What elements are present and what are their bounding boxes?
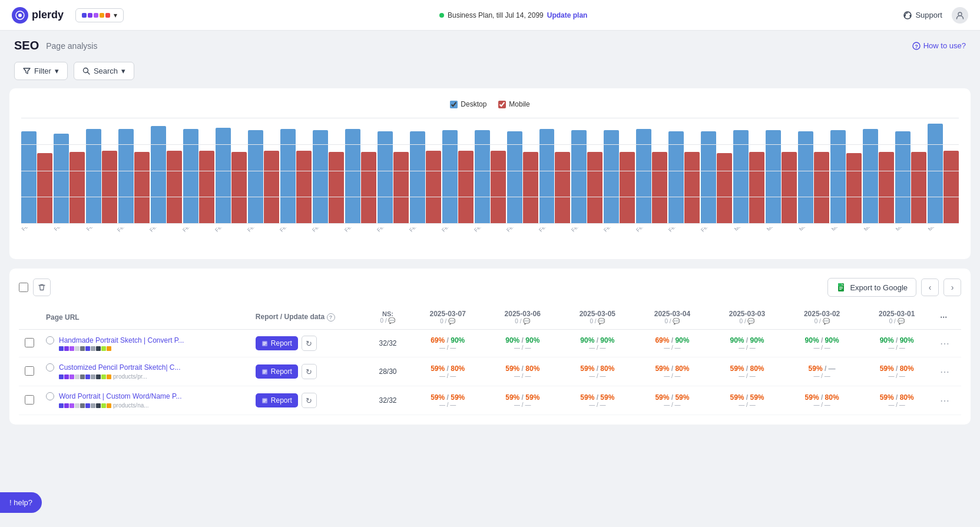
bar-group [539, 129, 571, 224]
logo-icon [12, 7, 28, 24]
table-cell-more: ⋯ [934, 330, 961, 357]
score-v2: 90% [675, 336, 689, 344]
chart-date-label: Feb 11, 2025 [149, 227, 176, 233]
report-help-icon[interactable]: ? [327, 313, 335, 321]
table-cell-score-4: 59% / 59% — / — [710, 386, 784, 415]
logo[interactable]: plerdy [12, 7, 64, 24]
filter-button[interactable]: Filter ▾ [14, 62, 68, 80]
bar-desktop [378, 131, 393, 224]
svg-rect-3 [905, 15, 906, 17]
table-cell-report: Report ↻ [250, 386, 366, 415]
score-v2: 59% [525, 393, 539, 402]
score-sub: — / — [790, 402, 853, 408]
chart-date-label: Feb 23, 2025 [538, 227, 564, 233]
row-checkbox-1[interactable] [25, 366, 34, 376]
bar-desktop [830, 130, 846, 224]
export-to-google-button[interactable]: Export to Google [827, 278, 916, 297]
bar-group [895, 131, 926, 224]
score-sub: — / — [491, 402, 554, 408]
th-date-4: 2025-03-04 0 / 💬 [635, 305, 710, 330]
report-icon [261, 369, 268, 375]
bar-desktop [636, 129, 651, 224]
score-v2: 80% [750, 364, 764, 373]
bar-group [280, 129, 312, 224]
bar-mobile [684, 152, 700, 224]
bar-group [21, 131, 52, 224]
plan-active-dot [439, 13, 444, 18]
bar-mobile [329, 152, 344, 224]
plan-selector[interactable]: ▾ [75, 8, 124, 22]
score-v1: 59% [730, 364, 744, 373]
table-cell-more: ⋯ [934, 386, 961, 415]
legend-desktop: Desktop [450, 100, 486, 108]
table-cell-score-3: 59% / 59% — / — [635, 386, 710, 415]
row-circle[interactable] [46, 363, 54, 372]
legend-desktop-checkbox[interactable] [450, 101, 458, 108]
nav-actions: Support [903, 7, 968, 24]
svg-rect-10 [838, 283, 842, 286]
th-date-6: 2025-03-02 0 / 💬 [784, 305, 859, 330]
bar-desktop [183, 129, 198, 224]
page-url-link[interactable]: Customized Pencil Portrait Sketch| C... [59, 363, 181, 372]
table-cell-score-0: 59% / 80% — / — [410, 357, 485, 386]
report-button[interactable]: Report [256, 336, 298, 350]
table-cell-score-0: 69% / 90% — / — [410, 330, 485, 357]
page-subtitle: Page analysis [46, 41, 97, 51]
th-checkbox [19, 305, 40, 330]
score-v1: 59% [505, 393, 519, 402]
bar-desktop [668, 131, 684, 224]
svg-point-1 [18, 14, 22, 17]
more-dots[interactable]: ⋯ [940, 339, 949, 349]
chart-date-label: Feb 17, 2025 [343, 227, 370, 233]
filter-label: Filter [34, 67, 51, 75]
row-checkbox-2[interactable] [25, 395, 34, 405]
chart-date-label: Feb 8, 2025 [52, 227, 78, 233]
page-url-link[interactable]: Word Portrait | Custom Word/Name P... [59, 392, 182, 400]
bar-group [118, 129, 150, 224]
filter-icon [23, 67, 31, 75]
page-header: SEO Page analysis ? How to use? [0, 31, 980, 58]
score-v2: 80% [900, 393, 914, 402]
bar-mobile [717, 153, 732, 224]
score-v2: 59% [750, 393, 764, 402]
refresh-button[interactable]: ↻ [302, 393, 317, 408]
more-dots[interactable]: ⋯ [940, 396, 949, 406]
bar-group [378, 131, 409, 224]
row-checkbox-0[interactable] [25, 338, 34, 347]
bar-group [54, 134, 85, 224]
report-button[interactable]: Report [256, 364, 298, 379]
legend-mobile-checkbox[interactable] [498, 101, 506, 108]
next-page-button[interactable]: › [943, 279, 961, 296]
table-row: Handmade Portrait Sketch | Convert P... … [19, 330, 961, 357]
select-all-checkbox[interactable] [19, 283, 28, 292]
th-date-2: 2025-03-06 0 / 💬 [485, 305, 560, 330]
page-url-link[interactable]: Handmade Portrait Sketch | Convert P... [59, 336, 184, 344]
refresh-button[interactable]: ↻ [302, 336, 317, 351]
chart-date-label: Mar 4, 2025 [829, 227, 855, 233]
more-dots[interactable]: ⋯ [940, 367, 949, 377]
delete-button[interactable] [33, 279, 51, 296]
bar-group [345, 129, 376, 224]
bar-desktop [507, 131, 522, 224]
chart-date-label: Feb 14, 2025 [246, 227, 273, 233]
search-button[interactable]: Search ▾ [74, 62, 134, 80]
update-plan-link[interactable]: Update plan [547, 11, 588, 19]
bar-mobile [652, 152, 667, 224]
report-button[interactable]: Report [256, 393, 298, 407]
prev-page-button[interactable]: ‹ [921, 279, 939, 296]
score-v1: 69% [655, 336, 669, 344]
how-to-use-label: How to use? [923, 41, 966, 50]
refresh-button[interactable]: ↻ [302, 364, 317, 379]
score-v2: 90% [750, 336, 764, 344]
score-v2: 59% [451, 393, 465, 402]
row-circle[interactable] [46, 392, 54, 400]
chart-date-label: Feb 7, 2025 [21, 227, 46, 233]
dot4 [100, 13, 104, 18]
support-button[interactable]: Support [903, 11, 942, 20]
bar-group [442, 130, 474, 224]
how-to-use-link[interactable]: ? How to use? [912, 41, 966, 50]
chart-section: Desktop Mobile Feb 7, 2025Feb 8, 2025Feb… [9, 88, 971, 259]
row-circle[interactable] [46, 336, 54, 344]
bar-mobile [587, 152, 602, 224]
user-icon[interactable] [952, 7, 968, 24]
